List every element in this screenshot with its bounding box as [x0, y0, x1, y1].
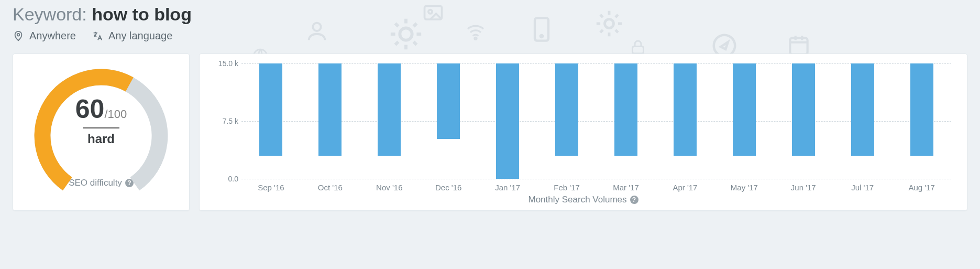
chart-caption-text: Monthly Search Volumes [528, 195, 626, 205]
location-label: Anywhere [29, 30, 76, 42]
x-tick: Dec '16 [435, 183, 461, 192]
gauge-panel: 60/100 hard SEO difficulty ? [13, 53, 190, 211]
difficulty-label: hard [87, 132, 115, 146]
bar-slot: Feb '17 [537, 63, 597, 179]
bar-slot: Apr '17 [655, 63, 714, 179]
bar[interactable] [614, 63, 637, 156]
x-tick: Nov '16 [376, 183, 402, 192]
bar[interactable] [259, 63, 282, 156]
bar[interactable] [910, 63, 933, 156]
bar[interactable] [674, 63, 697, 156]
bar[interactable] [851, 63, 874, 156]
score-value: 60 [75, 94, 105, 124]
bar-slot: May '17 [714, 63, 774, 179]
bar[interactable] [318, 63, 342, 156]
score: 60/100 [75, 94, 127, 124]
location-filter[interactable]: Anywhere [13, 30, 76, 42]
filters: Anywhere Any language [13, 30, 967, 42]
bars: Sep '16Oct '16Nov '16Dec '16Jan '17Feb '… [241, 63, 951, 179]
bar-slot: Jun '17 [774, 63, 833, 179]
bar-slot: Nov '16 [360, 63, 419, 179]
y-tick: 7.5 k [209, 117, 238, 125]
gauge-center: 60/100 hard [28, 62, 174, 178]
bar-slot: Jul '17 [833, 63, 892, 179]
pin-icon [13, 30, 24, 42]
bar[interactable] [437, 63, 460, 139]
gridline [241, 179, 951, 179]
panels-row: 60/100 hard SEO difficulty ? 0.07.5 k15.… [13, 53, 967, 211]
x-tick: Aug '17 [908, 183, 934, 192]
x-tick: Apr '17 [673, 183, 697, 192]
language-label: Any language [108, 30, 172, 42]
x-tick: Mar '17 [613, 183, 639, 192]
x-tick: Jun '17 [791, 183, 816, 192]
bar[interactable] [733, 63, 756, 156]
x-tick: Sep '16 [258, 183, 284, 192]
x-tick: Jan '17 [495, 183, 520, 192]
bar-slot: Sep '16 [241, 63, 301, 179]
y-tick: 0.0 [209, 175, 238, 183]
bar-slot: Dec '16 [419, 63, 478, 179]
score-divider [83, 127, 119, 128]
chart-panel: 0.07.5 k15.0 kSep '16Oct '16Nov '16Dec '… [199, 53, 967, 211]
bar[interactable] [792, 63, 815, 156]
score-max: /100 [104, 107, 127, 121]
y-tick: 15.0 k [209, 59, 238, 68]
title-prefix: Keyword: [13, 4, 92, 24]
chart-area: 0.07.5 k15.0 kSep '16Oct '16Nov '16Dec '… [241, 63, 951, 179]
bar[interactable] [555, 63, 578, 156]
language-icon [92, 30, 103, 42]
x-tick: May '17 [731, 183, 758, 192]
page-title: Keyword: how to blog [13, 4, 967, 25]
language-filter[interactable]: Any language [92, 30, 172, 42]
bar-slot: Oct '16 [301, 63, 360, 179]
chart-caption: Monthly Search Volumes ? [200, 195, 967, 205]
x-tick: Feb '17 [554, 183, 580, 192]
header: Keyword: how to blog Anywhere Any langua… [13, 0, 967, 42]
help-icon[interactable]: ? [630, 196, 638, 204]
bar-slot: Mar '17 [597, 63, 656, 179]
svg-point-12 [17, 33, 20, 36]
bar-slot: Aug '17 [892, 63, 951, 179]
x-tick: Oct '16 [318, 183, 343, 192]
x-tick: Jul '17 [851, 183, 874, 192]
gauge: 60/100 hard [28, 62, 174, 178]
bar[interactable] [378, 63, 401, 156]
bar[interactable] [496, 63, 519, 179]
bar-slot: Jan '17 [478, 63, 537, 179]
keyword: how to blog [92, 4, 192, 24]
